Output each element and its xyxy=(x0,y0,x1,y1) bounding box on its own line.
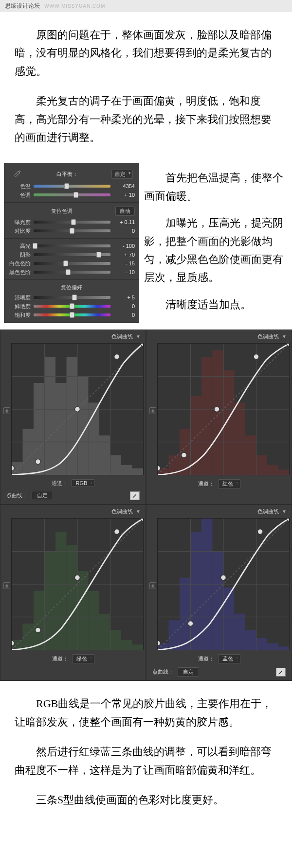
slider-track[interactable] xyxy=(34,221,110,224)
outro-p3: 三条S型曲线使画面的色彩对比度更好。 xyxy=(15,791,277,809)
site-header: 思缘设计论坛 WWW.MISSYUAN.COM xyxy=(0,0,292,12)
panel-switch-icon[interactable]: ◉ xyxy=(3,582,10,589)
svg-rect-83 xyxy=(278,647,290,650)
curve-title: 色调曲线 xyxy=(257,333,279,340)
tone-section: 复位色调 自动 曝光度+ 0.11对比度0 xyxy=(4,203,139,239)
slider-value: - 15 xyxy=(113,260,135,266)
svg-rect-73 xyxy=(169,621,180,650)
svg-point-67 xyxy=(12,641,14,646)
svg-point-94 xyxy=(257,529,263,535)
svg-rect-59 xyxy=(132,645,144,650)
svg-rect-8 xyxy=(99,435,110,475)
auto-button[interactable]: 自动 xyxy=(115,207,135,216)
slider-track[interactable] xyxy=(34,185,110,188)
slider-knob[interactable] xyxy=(33,243,37,249)
slider-value: 0 xyxy=(113,228,135,234)
point-curve-select[interactable]: 自定 xyxy=(32,491,53,500)
slider-track[interactable] xyxy=(34,305,110,308)
slider-value: 0 xyxy=(113,312,135,318)
svg-rect-30 xyxy=(223,370,235,475)
side-p1: 首先把色温提高，使整个画面偏暖。 xyxy=(144,169,288,205)
curve-graph[interactable] xyxy=(157,518,290,650)
channel-select[interactable]: 绿色 xyxy=(72,654,94,663)
point-curve-label: 点曲线： xyxy=(152,668,174,676)
channel-select[interactable]: 蓝色 xyxy=(218,654,240,663)
basic-panel: 白平衡： 自定 色温4354色调+ 10 复位色调 自动 曝光度+ 0.11对比… xyxy=(4,163,139,323)
slider-value: + 0.11 xyxy=(113,219,135,225)
eyedropper-icon[interactable] xyxy=(11,168,23,180)
slider-knob[interactable] xyxy=(73,192,78,198)
svg-point-70 xyxy=(114,529,120,535)
svg-point-19 xyxy=(12,466,14,471)
curve-title: 色调曲线 xyxy=(111,333,133,340)
svg-rect-3 xyxy=(45,357,56,475)
panel-switch-icon[interactable]: ◉ xyxy=(3,407,10,414)
slider-knob[interactable] xyxy=(70,312,74,318)
svg-rect-29 xyxy=(213,350,224,475)
side-p2: 加曝光，压高光，提亮阴影，把整个画面的光影做均匀，减少黑色色阶使画面更有层次，显… xyxy=(144,214,288,287)
slider-track[interactable] xyxy=(34,253,110,256)
curve-title: 色调曲线 xyxy=(111,508,133,515)
pref-section: 复位偏好 清晰度+ 5鲜艳度0饱和度0 xyxy=(4,280,139,322)
channel-select[interactable]: 红色 xyxy=(218,479,240,488)
channel-select[interactable]: RGB xyxy=(72,479,95,487)
slider-sliders3-3: 黑色色阶- 10 xyxy=(8,268,135,277)
slider-knob[interactable] xyxy=(64,183,69,189)
slider-knob[interactable] xyxy=(96,252,101,258)
slider-label: 色温 xyxy=(8,183,31,190)
pref-title: 复位偏好 xyxy=(8,284,135,291)
slider-knob[interactable] xyxy=(71,219,76,225)
slider-track[interactable] xyxy=(34,262,110,265)
panel-switch-icon[interactable]: ◉ xyxy=(149,582,156,589)
collapse-icon[interactable]: ▼ xyxy=(136,509,141,514)
slider-track[interactable] xyxy=(34,271,110,274)
collapse-icon[interactable]: ▼ xyxy=(136,334,141,339)
slider-sliders3-1: 阴影+ 70 xyxy=(8,250,135,259)
point-curve-label: 点曲线： xyxy=(6,492,28,499)
slider-track[interactable] xyxy=(34,193,110,196)
curve-panel-蓝色: 色调曲线 ▼ ◉ 通道： 蓝色 点曲线： 自定 xyxy=(146,504,292,681)
slider-sliders2-1: 对比度0 xyxy=(8,226,135,235)
slider-knob[interactable] xyxy=(70,303,74,309)
slider-knob[interactable] xyxy=(70,228,74,234)
intro-p2: 柔光复古的调子在于画面偏黄，明度低，饱和度高，高光部分有一种柔光的光晕，接下来我… xyxy=(15,92,277,146)
slider-value: - 10 xyxy=(113,269,135,275)
curve-graph[interactable] xyxy=(157,343,290,475)
collapse-icon[interactable]: ▼ xyxy=(282,509,287,514)
slider-sliders4-2: 饱和度0 xyxy=(8,311,135,319)
svg-point-20 xyxy=(36,459,41,465)
panel-switch-icon[interactable]: ◉ xyxy=(149,407,156,414)
slider-sliders1-1: 色调+ 10 xyxy=(8,191,135,199)
svg-rect-80 xyxy=(245,630,256,650)
curve-title: 色调曲线 xyxy=(257,508,279,515)
curve-panel-RGB: 色调曲线 ▼ ◉ 通道： RGB 点曲线： 自定 xyxy=(0,330,146,504)
slider-value: + 10 xyxy=(113,192,135,198)
channel-label: 通道： xyxy=(198,480,214,487)
curve-graph[interactable] xyxy=(11,518,144,650)
svg-rect-49 xyxy=(23,624,34,650)
slider-knob[interactable] xyxy=(63,260,68,266)
basic-row: 白平衡： 自定 色温4354色调+ 10 复位色调 自动 曝光度+ 0.11对比… xyxy=(0,163,292,330)
slider-track[interactable] xyxy=(34,229,110,232)
slider-label: 清晰度 xyxy=(8,294,31,301)
site-name: 思缘设计论坛 xyxy=(5,2,40,9)
slider-knob[interactable] xyxy=(66,269,71,275)
svg-rect-53 xyxy=(67,545,78,650)
svg-rect-81 xyxy=(256,638,268,650)
wb-preset-select[interactable]: 自定 xyxy=(111,170,133,179)
slider-track[interactable] xyxy=(34,313,110,316)
svg-rect-5 xyxy=(67,357,78,475)
curve-edit-button[interactable] xyxy=(276,668,286,677)
collapse-icon[interactable]: ▼ xyxy=(282,334,287,339)
svg-rect-50 xyxy=(34,591,45,650)
side-p3: 清晰度适当加点。 xyxy=(144,295,288,313)
slider-knob[interactable] xyxy=(72,295,77,300)
slider-track[interactable] xyxy=(34,244,110,247)
point-curve-select[interactable]: 自定 xyxy=(178,667,199,677)
curve-edit-button[interactable] xyxy=(130,491,140,500)
curve-graph[interactable] xyxy=(11,343,144,475)
slider-sliders4-1: 鲜艳度0 xyxy=(8,302,135,311)
intro-p1: 原图的问题在于，整体画面发灰，脸部以及暗部偏暗，没有明显的风格化，我们想要得到的… xyxy=(15,26,277,80)
slider-value: 4354 xyxy=(113,183,135,189)
slider-track[interactable] xyxy=(34,296,110,299)
